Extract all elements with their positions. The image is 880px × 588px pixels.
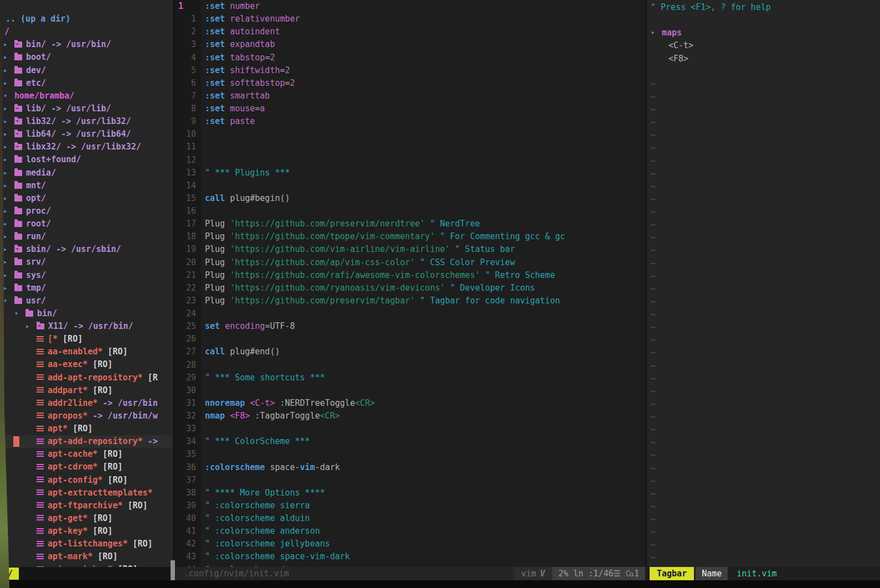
tagbar-tag-item[interactable]: <F8> bbox=[647, 53, 880, 65]
code-line[interactable]: 20Plug 'https://github.com/ap/vim-css-co… bbox=[176, 256, 645, 269]
code-line[interactable]: 34" *** ColorScheme *** bbox=[176, 435, 645, 448]
tree-item[interactable]: apt-key* [RO] bbox=[0, 525, 173, 538]
code-line[interactable]: 42" :colorscheme jellybeans bbox=[176, 538, 645, 550]
tree-item[interactable]: ▸srv/ bbox=[0, 256, 173, 269]
tree-item[interactable]: ▸libx32/ -> /usr/libx32/ bbox=[0, 141, 173, 153]
code-line[interactable]: 26 bbox=[176, 333, 645, 345]
tree-item[interactable]: addr2line* -> /usr/bin bbox=[0, 397, 173, 410]
code-line[interactable]: 3:set expandtab bbox=[176, 38, 645, 51]
code-line[interactable]: 4:set tabstop=2 bbox=[176, 51, 645, 64]
code-line[interactable]: 38" **** More Options **** bbox=[176, 487, 645, 499]
code-line[interactable]: 30 bbox=[176, 384, 645, 397]
code-line[interactable]: 9:set paste bbox=[176, 115, 645, 128]
code-line[interactable]: 40" :colorscheme alduin bbox=[176, 512, 645, 525]
chevron-open-icon[interactable]: ▾ bbox=[3, 295, 14, 307]
tree-item[interactable]: apt-listchanges* [RO] bbox=[0, 538, 173, 550]
code-line[interactable]: 2:set autoindent bbox=[176, 25, 645, 38]
chevron-closed-icon[interactable]: ▸ bbox=[3, 230, 14, 243]
chevron-closed-icon[interactable]: ▸ bbox=[3, 282, 14, 295]
command-line[interactable] bbox=[0, 580, 880, 588]
chevron-closed-icon[interactable]: ▸ bbox=[3, 64, 14, 77]
tree-item[interactable]: ▸root/ bbox=[0, 218, 173, 230]
code-line[interactable]: 29" *** Some shortcuts *** bbox=[176, 372, 645, 384]
tree-item[interactable]: ▸tmp/ bbox=[0, 282, 173, 295]
chevron-closed-icon[interactable]: ▸ bbox=[3, 141, 14, 153]
tree-item[interactable]: ▸lib/ -> /usr/lib/ bbox=[0, 102, 173, 115]
chevron-open-icon[interactable]: ▾ bbox=[3, 90, 14, 102]
chevron-closed-icon[interactable]: ▸ bbox=[3, 179, 14, 192]
code-line[interactable]: 19Plug 'https://github.com/vim-airline/v… bbox=[176, 243, 645, 256]
code-line[interactable]: 14 bbox=[176, 179, 645, 192]
tree-item[interactable]: ▸sbin/ -> /usr/sbin/ bbox=[0, 243, 173, 256]
code-line[interactable]: 8:set mouse=a bbox=[176, 102, 645, 115]
tree-item[interactable]: apt-add-repository* -> bbox=[0, 435, 173, 448]
chevron-closed-icon[interactable]: ▸ bbox=[3, 51, 14, 64]
tree-item[interactable]: apropos* -> /usr/bin/w bbox=[0, 410, 173, 422]
nerdtree-scrollbar-thumb[interactable] bbox=[171, 560, 175, 580]
tree-item[interactable]: apt-cdrom* [RO] bbox=[0, 461, 173, 473]
tree-up-a-dir[interactable]: .. (up a dir) bbox=[0, 13, 173, 25]
chevron-closed-icon[interactable]: ▸ bbox=[3, 77, 14, 90]
code-line[interactable]: 36:colorscheme space-vim-dark bbox=[176, 461, 645, 474]
tree-item[interactable]: ▸opt/ bbox=[0, 192, 173, 205]
code-line[interactable]: 24 bbox=[176, 307, 645, 320]
code-line[interactable]: 1:set number bbox=[176, 0, 645, 13]
chevron-closed-icon[interactable]: ▸ bbox=[3, 243, 14, 256]
tree-item[interactable]: aa-enabled* [RO] bbox=[0, 345, 173, 358]
tree-item[interactable]: ▸bin/ -> /usr/bin/ bbox=[0, 38, 173, 51]
chevron-closed-icon[interactable]: ▸ bbox=[3, 38, 14, 51]
tree-item[interactable]: ▸X11/ -> /usr/bin/ bbox=[0, 320, 173, 333]
code-line[interactable]: 13" *** Plugins *** bbox=[176, 167, 645, 179]
code-line[interactable]: 5:set shiftwidth=2 bbox=[176, 64, 645, 77]
tree-item[interactable]: ▾usr/ bbox=[0, 295, 173, 307]
code-line[interactable]: 22Plug 'https://github.com/ryanoasis/vim… bbox=[176, 282, 645, 295]
tree-item[interactable]: ▸etc/ bbox=[0, 77, 173, 90]
tree-item[interactable]: ▸mnt/ bbox=[0, 179, 173, 192]
code-line[interactable]: 21Plug 'https://github.com/rafi/awesome-… bbox=[176, 269, 645, 282]
code-line[interactable]: 27call plug#end() bbox=[176, 345, 645, 358]
chevron-closed-icon[interactable]: ▸ bbox=[3, 167, 14, 179]
code-line[interactable]: 39" :colorscheme sierra bbox=[176, 499, 645, 512]
chevron-closed-icon[interactable]: ▸ bbox=[3, 102, 14, 115]
code-line[interactable]: 31nnoremap <C-t> :NERDTreeToggle<CR> bbox=[176, 397, 645, 410]
tagbar-panel[interactable]: " Press <F1>, ? for help▾maps<C-t><F8>~~… bbox=[647, 0, 880, 567]
code-line[interactable]: 12 bbox=[176, 154, 645, 167]
code-line[interactable]: 17Plug 'https://github.com/preservim/ner… bbox=[176, 218, 645, 230]
tree-item[interactable]: apt-ftparchive* [RO] bbox=[0, 499, 173, 512]
tree-item[interactable]: apt* [RO] bbox=[0, 422, 173, 435]
tree-item[interactable]: ▸lib64/ -> /usr/lib64/ bbox=[0, 128, 173, 141]
chevron-closed-icon[interactable]: ▸ bbox=[3, 153, 14, 166]
tree-item[interactable]: ▾home/bramba/ bbox=[0, 90, 173, 102]
tagbar-section-maps[interactable]: ▾maps bbox=[647, 27, 880, 39]
code-line[interactable]: 28 bbox=[176, 359, 645, 372]
code-line[interactable]: 32nmap <F8> :TagbarToggle<CR> bbox=[176, 410, 645, 422]
code-line[interactable]: 1:set relativenumber bbox=[176, 13, 645, 25]
tree-item[interactable]: apt-config* [RO] bbox=[0, 474, 173, 487]
nerdtree-panel[interactable]: .. (up a dir)/▸bin/ -> /usr/bin/▸boot/▸d… bbox=[0, 0, 173, 567]
tree-item[interactable]: ▸boot/ bbox=[0, 51, 173, 64]
code-line[interactable]: 37 bbox=[176, 474, 645, 487]
tree-item[interactable]: apt-get* [RO] bbox=[0, 512, 173, 525]
code-line[interactable]: 16 bbox=[176, 205, 645, 218]
chevron-open-icon[interactable]: ▾ bbox=[651, 27, 662, 39]
tree-item[interactable]: aa-exec* [RO] bbox=[0, 358, 173, 371]
code-line[interactable]: 25set encoding=UTF-8 bbox=[176, 320, 645, 333]
tree-root[interactable]: / bbox=[0, 25, 173, 38]
tree-item[interactable]: apt-extracttemplates* bbox=[0, 487, 173, 499]
tree-item[interactable]: ▸lib32/ -> /usr/lib32/ bbox=[0, 115, 173, 128]
chevron-closed-icon[interactable]: ▸ bbox=[3, 192, 14, 205]
tree-item[interactable]: apt-sortpkgs* [RO] bbox=[0, 563, 173, 567]
tree-item[interactable]: add-apt-repository* [R bbox=[0, 372, 173, 384]
code-line[interactable]: 43" :colorscheme space-vim-dark bbox=[176, 550, 645, 563]
tree-item[interactable]: ▸run/ bbox=[0, 230, 173, 243]
chevron-closed-icon[interactable]: ▸ bbox=[3, 256, 14, 269]
chevron-closed-icon[interactable]: ▸ bbox=[3, 269, 14, 282]
code-line[interactable]: 11 bbox=[176, 141, 645, 153]
tree-item[interactable]: apt-cache* [RO] bbox=[0, 448, 173, 461]
code-line[interactable]: 33 bbox=[176, 422, 645, 435]
chevron-closed-icon[interactable]: ▸ bbox=[3, 128, 14, 141]
code-line[interactable]: 7:set smarttab bbox=[176, 90, 645, 102]
tree-item[interactable]: addpart* [RO] bbox=[0, 384, 173, 397]
editor-buffer[interactable]: 1:set number1:set relativenumber2:set au… bbox=[176, 0, 645, 567]
tree-item[interactable]: ▸media/ bbox=[0, 167, 173, 179]
